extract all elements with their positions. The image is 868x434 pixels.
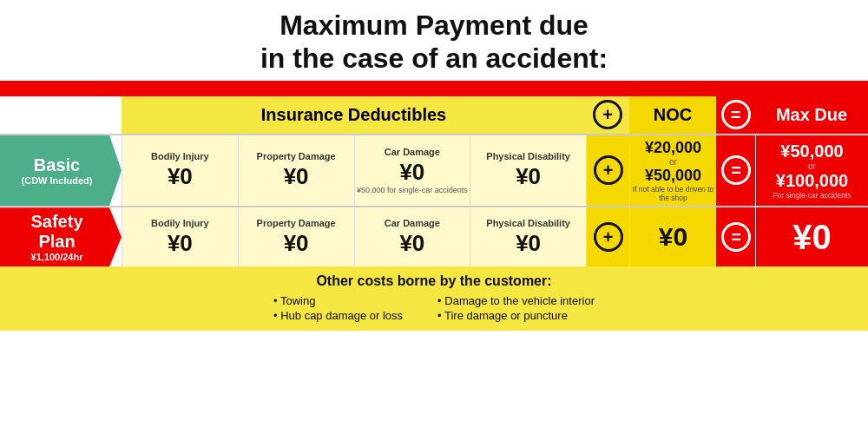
header-row: Insurance Deductibles + NOC = Max Due: [0, 96, 868, 134]
safety-physical-disability-value: ¥0: [516, 230, 541, 257]
basic-car-damage-value: ¥0: [399, 159, 424, 186]
basic-noc-amount2: ¥50,000: [645, 167, 701, 185]
arrow-banner: [0, 81, 868, 96]
max-due-header: Max Due: [755, 96, 868, 134]
safety-noc-value: ¥0: [659, 222, 687, 252]
header: Maximum Payment due in the case of an ac…: [0, 0, 868, 81]
basic-equals-col: =: [716, 135, 755, 206]
basic-noc-content: ¥20,000 or ¥50,000 If not able to be dri…: [632, 139, 714, 202]
safety-car-damage-label: Car Damage: [385, 218, 440, 228]
title-line1: Maximum Payment due: [279, 10, 589, 41]
safety-physical-disability-label: Physical Disability: [486, 218, 570, 228]
safety-car-damage-value: ¥0: [399, 230, 424, 257]
basic-max-due-amount2: ¥100,000: [776, 171, 848, 191]
basic-max-due-cell: ¥50,000 or ¥100,000 For single-car accid…: [755, 135, 868, 206]
footer-col-2: • Damage to the vehicle interior • Tire …: [437, 294, 595, 322]
basic-property-damage-value: ¥0: [284, 163, 309, 190]
safety-bodily-injury-label: Bodily Injury: [151, 218, 209, 228]
basic-car-damage-note: ¥50,000 for single-car accidents: [357, 186, 468, 195]
footer-item-2: • Hub cap damage or loss: [273, 309, 403, 322]
safety-bodily-injury-cell: Bodily Injury ¥0: [122, 207, 238, 266]
safety-property-damage-label: Property Damage: [257, 218, 336, 228]
footer: Other costs borne by the customer: • Tow…: [0, 266, 868, 331]
basic-row: Basic (CDW Included) Bodily Injury ¥0 Pr…: [0, 134, 868, 206]
basic-max-due-note: For single-car accidents: [773, 191, 851, 200]
safety-title2: Plan: [38, 232, 75, 252]
main-table: Insurance Deductibles + NOC = Max Due Ba…: [0, 96, 868, 266]
plus-header-icon: +: [593, 100, 622, 129]
safety-noc-content: ¥0: [659, 222, 687, 252]
basic-property-damage-cell: Property Damage ¥0: [238, 135, 354, 206]
page-wrapper: Maximum Payment due in the case of an ac…: [0, 0, 868, 331]
safety-bodily-injury-value: ¥0: [168, 230, 193, 257]
safety-plus-icon: +: [594, 222, 623, 252]
footer-item-1: • Towing: [273, 294, 403, 307]
safety-equals-icon: =: [721, 222, 751, 252]
basic-noc-cell: ¥20,000 or ¥50,000 If not able to be dri…: [629, 135, 716, 206]
basic-title: Basic: [34, 155, 80, 175]
basic-equals-icon: =: [721, 155, 751, 185]
safety-car-damage-cell: Car Damage ¥0: [354, 207, 470, 266]
basic-physical-disability-value: ¥0: [516, 163, 541, 190]
safety-title: Safety: [30, 212, 82, 232]
basic-car-damage-label: Car Damage: [385, 147, 440, 157]
safety-property-damage-cell: Property Damage ¥0: [238, 207, 354, 266]
safety-max-due-cell: ¥0: [755, 207, 868, 266]
safety-equals-col: =: [716, 207, 755, 266]
basic-car-damage-cell: Car Damage ¥0 ¥50,000 for single-car acc…: [354, 135, 470, 206]
basic-plus-icon: +: [594, 155, 623, 185]
footer-item-4: • Tire damage or puncture: [437, 309, 595, 322]
basic-max-due-amount1: ¥50,000: [780, 141, 843, 161]
basic-label: Basic (CDW Included): [0, 135, 122, 206]
safety-row: Safety Plan ¥1,100/24hr Bodily Injury ¥0…: [0, 206, 868, 266]
header-title: Maximum Payment due in the case of an ac…: [17, 9, 851, 76]
footer-items: • Towing • Hub cap damage or loss • Dama…: [17, 294, 851, 322]
basic-bodily-injury-label: Bodily Injury: [151, 151, 209, 161]
basic-max-due-content: ¥50,000 or ¥100,000 For single-car accid…: [773, 141, 851, 200]
basic-noc-or: or: [669, 157, 677, 167]
basic-subtitle: (CDW Included): [22, 175, 93, 186]
basic-physical-disability-cell: Physical Disability ¥0: [470, 135, 586, 206]
footer-col-1: • Towing • Hub cap damage or loss: [273, 294, 403, 322]
basic-plus-col: +: [586, 135, 629, 206]
safety-price: ¥1,100/24hr: [31, 252, 83, 262]
safety-label: Safety Plan ¥1,100/24hr: [0, 207, 122, 266]
footer-item-3: • Damage to the vehicle interior: [437, 294, 595, 307]
equals-circle: =: [721, 100, 751, 129]
safety-max-due-value: ¥0: [792, 218, 832, 257]
basic-physical-disability-label: Physical Disability: [486, 151, 570, 161]
basic-bodily-injury-cell: Bodily Injury ¥0: [122, 135, 238, 206]
basic-max-due-or: or: [808, 161, 816, 171]
safety-property-damage-value: ¥0: [284, 230, 309, 257]
left-spacer: [0, 96, 122, 134]
basic-noc-note: If not able to be driven to the shop: [632, 185, 714, 202]
insurance-deductibles-header: Insurance Deductibles: [122, 96, 586, 134]
equals-header-icon: =: [716, 96, 755, 134]
basic-bodily-injury-value: ¥0: [168, 163, 193, 190]
plus-circle-header: +: [586, 96, 629, 134]
title-line2: in the case of an accident:: [260, 43, 608, 74]
safety-noc-cell: ¥0: [629, 207, 716, 266]
safety-physical-disability-cell: Physical Disability ¥0: [470, 207, 586, 266]
noc-header: NOC: [629, 96, 716, 134]
basic-property-damage-label: Property Damage: [257, 151, 336, 161]
footer-title: Other costs borne by the customer:: [17, 273, 851, 289]
basic-noc-amount1: ¥20,000: [645, 139, 701, 157]
safety-plus-col: +: [586, 207, 629, 266]
